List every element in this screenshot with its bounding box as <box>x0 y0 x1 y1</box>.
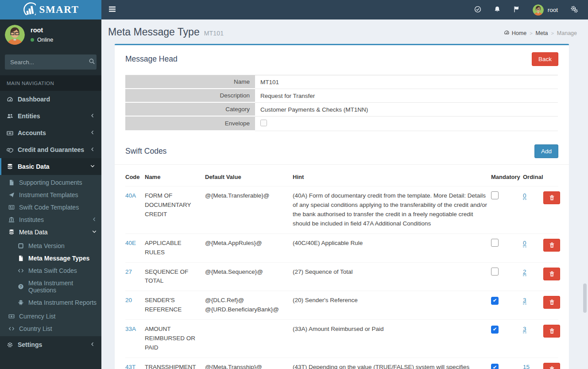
chevron-left-icon <box>90 130 95 135</box>
money-icon <box>7 130 13 136</box>
sidebar-item-label: Credit and Guarantees <box>18 146 85 153</box>
mandatory-checkbox[interactable] <box>491 326 499 334</box>
sidebar-user-panel: root Online <box>0 19 101 50</box>
sidebar-item-supporting-documents[interactable]: Supporting Documents <box>0 176 101 189</box>
sidebar-user-avatar <box>5 25 25 45</box>
mandatory-checkbox[interactable] <box>491 364 499 369</box>
code-icon <box>18 268 24 274</box>
sidebar-item-entities[interactable]: Entities <box>0 108 101 124</box>
sidebar-toggle-button[interactable] <box>101 0 123 19</box>
swift-code-link[interactable]: 33A <box>125 326 136 332</box>
user-menu-label: root <box>548 7 558 13</box>
sidebar-item-label: Meta Data <box>19 229 87 236</box>
database-icon <box>7 163 13 170</box>
ordinal-editable-link[interactable]: 2 <box>523 268 526 276</box>
delete-button[interactable] <box>543 325 560 338</box>
swift-hint: (40A) Form of documentary credit from th… <box>293 186 491 234</box>
delete-button[interactable] <box>543 268 560 280</box>
breadcrumb-home-link[interactable]: Home <box>504 30 526 37</box>
sidebar-item-meta-message-types[interactable]: Meta Message Types <box>0 252 101 264</box>
delete-button[interactable] <box>543 296 560 309</box>
field-label: Envelope <box>125 117 255 131</box>
sidebar-item-meta-data[interactable]: Meta Data <box>0 226 101 238</box>
sidebar-item-label: Institutes <box>19 216 87 223</box>
swift-code-link[interactable]: 27 <box>125 268 132 275</box>
sidebar-submenu: Supporting DocumentsInstrument Templates… <box>0 175 101 336</box>
mandatory-checkbox[interactable] <box>491 239 499 247</box>
sidebar-item-credit-and-guarantees[interactable]: Credit and Guarantees <box>0 141 101 158</box>
message-head-form: NameMT101DescriptionRequest for Transfer… <box>125 75 558 131</box>
sidebar-item-meta-swift-codes[interactable]: Meta Swift Codes <box>0 264 101 277</box>
ordinal-editable-link[interactable]: 3 <box>523 326 526 333</box>
ordinal-editable-link[interactable]: 0 <box>523 192 526 200</box>
mandatory-checkbox[interactable] <box>491 191 499 199</box>
delete-button[interactable] <box>543 191 560 204</box>
file-icon <box>18 255 24 261</box>
notifications-menu-button[interactable] <box>487 0 507 19</box>
breadcrumb-separator: > <box>551 31 553 36</box>
column-header-code: Code <box>125 165 145 186</box>
sidebar-item-meta-version[interactable]: Meta Version <box>0 240 101 252</box>
chevron-left-icon <box>90 113 95 118</box>
swift-code-link[interactable]: 40A <box>125 192 136 199</box>
navbar-right: root <box>468 0 588 19</box>
swift-code-link[interactable]: 20 <box>125 297 132 303</box>
code-icon <box>8 326 15 332</box>
square-icon <box>18 243 24 249</box>
delete-button[interactable] <box>543 363 560 369</box>
swift-name: TRANSSHIPMENT <box>145 357 205 369</box>
column-header-ordinal: Ordinal <box>523 165 541 186</box>
sidebar-item-meta-instrument-questions[interactable]: ?Meta Instrument Questions <box>0 277 101 296</box>
sidebar-item-institutes[interactable]: Institutes <box>0 214 101 226</box>
swift-row-40e: 40EAPPLICABLE RULES@{Meta.AppRules}@(40C… <box>125 233 558 262</box>
handshake-icon <box>7 147 13 153</box>
trash-icon <box>549 194 555 201</box>
sidebar-item-label: Basic Data <box>18 163 85 170</box>
sidebar-item-settings[interactable]: Settings <box>0 336 101 353</box>
sidebar-item-instrument-templates[interactable]: Instrument Templates <box>0 189 101 201</box>
sidebar-item-currency-list[interactable]: Currency List <box>0 310 101 322</box>
sidebar-user-status: Online <box>31 37 53 43</box>
breadcrumb-meta-link[interactable]: Meta <box>536 30 548 36</box>
page-scrollbar-thumb[interactable] <box>583 284 587 313</box>
column-header-mandatory: Mandatory <box>491 165 523 186</box>
field-row-envelope: Envelope <box>125 117 558 131</box>
sidebar-item-meta-instrument-reports[interactable]: Meta Instrument Reports <box>0 296 101 309</box>
swift-code-link[interactable]: 40E <box>125 240 136 246</box>
add-button[interactable]: Add <box>534 144 558 158</box>
sidebar-item-dashboard[interactable]: Dashboard <box>0 91 101 108</box>
control-sidebar-button[interactable] <box>564 0 584 19</box>
mandatory-checkbox[interactable] <box>491 268 499 276</box>
search-input[interactable] <box>10 59 89 66</box>
app-logo[interactable]: SMART <box>0 0 101 19</box>
trash-icon <box>549 271 555 277</box>
trash-icon <box>549 366 555 369</box>
sidebar-item-country-list[interactable]: Country List <box>0 322 101 335</box>
sidebar-section-label: MAIN NAVIGATION <box>0 75 101 91</box>
sidebar-item-swift-code-templates[interactable]: Swift Code Templates <box>0 201 101 214</box>
brand-chart-icon <box>23 2 36 18</box>
user-menu-button[interactable]: root <box>526 0 564 19</box>
mandatory-checkbox[interactable] <box>491 297 499 305</box>
top-navbar: SMART root <box>0 0 588 19</box>
ordinal-editable-link[interactable]: 3 <box>523 297 526 304</box>
ordinal-editable-link[interactable]: 0 <box>523 240 526 247</box>
search-button[interactable] <box>89 55 95 69</box>
message-card: Message Head Back NameMT101DescriptionRe… <box>115 44 569 369</box>
gear-icon <box>7 342 13 348</box>
sidebar-item-basic-data[interactable]: Basic Data <box>0 158 101 175</box>
back-button[interactable]: Back <box>532 52 558 66</box>
swift-hint: (40C/40E) Applicable Rule <box>293 233 491 262</box>
online-status-dot <box>31 38 34 42</box>
envelope-checkbox[interactable] <box>260 120 267 126</box>
messages-menu-button[interactable] <box>507 0 526 19</box>
sidebar-item-accounts[interactable]: Accounts <box>0 124 101 141</box>
dashboard-icon <box>504 30 510 35</box>
delete-button[interactable] <box>543 239 560 252</box>
sidebar-submenu: Meta VersionMeta Message TypesMeta Swift… <box>0 238 101 310</box>
ordinal-editable-link[interactable]: 15 <box>523 364 530 369</box>
sidebar-item-label: Meta Swift Codes <box>28 267 97 274</box>
swift-code-link[interactable]: 43T <box>125 364 135 369</box>
swift-hint: (43T) Depending on the value (TRUE/FALSE… <box>293 357 491 369</box>
tasks-menu-button[interactable] <box>468 0 487 19</box>
